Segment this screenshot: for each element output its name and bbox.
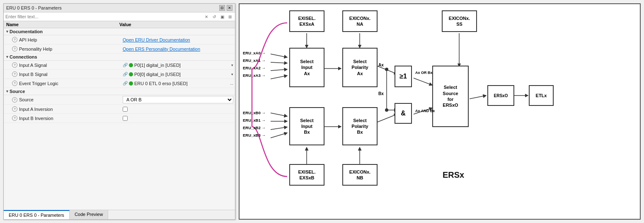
signal-text: ERU 0 ETL 0 erso [USED]: [134, 81, 188, 86]
param-label: Input B Signal: [19, 72, 48, 77]
input-b-inversion-checkbox[interactable]: [123, 116, 128, 121]
param-source: ? Source A OR B: [4, 95, 235, 105]
param-input-b-signal: ? Input B Signal 🔗 P0[0] digital_in [USE…: [4, 70, 235, 79]
select-source-label: SelectSourceforERSxO: [443, 84, 458, 108]
dropdown-arrow[interactable]: ▾: [231, 63, 233, 67]
signal-dot-green: [129, 81, 133, 86]
link-icon: 🔗: [123, 81, 128, 86]
param-label: Event Trigger Logic: [19, 81, 58, 86]
help-icon[interactable]: ?: [12, 115, 17, 121]
section-arrow: ▼: [5, 55, 10, 59]
param-input-a-signal: ? Input A Signal 🔗 P0[1] digital_in [USE…: [4, 61, 235, 70]
svg-line-17: [414, 78, 432, 85]
etlx-block: ETLx: [529, 85, 554, 106]
param-label: Personality Help: [19, 47, 52, 51]
api-help-link[interactable]: Open ERU Driver Documentation: [123, 37, 190, 42]
exicon-na-block: EXICONx.NA: [342, 10, 378, 32]
ax-label: Ax: [378, 63, 384, 67]
search-icons: ✕ ↺ ▣ ⊞: [203, 13, 233, 20]
input-a-inversion-checkbox[interactable]: [123, 107, 128, 112]
close-icon[interactable]: ✕: [227, 5, 232, 11]
search-bar: ✕ ↺ ▣ ⊞: [4, 12, 235, 21]
svg-line-7: [271, 127, 287, 130]
ax-or-bx-label: Ax OR Bx: [415, 71, 433, 75]
help-icon[interactable]: ?: [12, 106, 17, 112]
signal-dot-green: [129, 72, 133, 76]
select-source-block: SelectSourceforERSxO: [432, 66, 469, 127]
pin-icon[interactable]: ⊟: [219, 5, 225, 11]
refresh-icon[interactable]: ↺: [211, 13, 218, 20]
select-input-bx-block: SelectInputBx: [289, 107, 324, 145]
and-gate-label: &: [401, 109, 406, 118]
input-label-eru-xa2: ERU_xA2 →: [243, 66, 266, 70]
help-icon[interactable]: ?: [12, 97, 17, 103]
section-documentation[interactable]: ▼ Documentation: [4, 28, 235, 35]
help-icon[interactable]: ?: [12, 37, 17, 42]
param-label: Input A Signal: [19, 63, 47, 68]
section-arrow: ▼: [5, 29, 10, 34]
ersx0-label: ERSxO: [494, 93, 508, 98]
or-gate-label: ≥1: [399, 72, 407, 81]
param-label: Source: [19, 97, 34, 102]
select-polarity-bx-block: SelectPolarityBx: [342, 107, 378, 145]
param-input-a-inversion: ? Input A Inversion: [4, 105, 235, 114]
exicon-nb-block: EXICONx.NB: [342, 164, 378, 186]
section-label: Connections: [10, 54, 37, 59]
exisel-b-label: EXISEL.EXSxB: [298, 169, 315, 181]
exicon-ss-block: EXICONx.SS: [442, 10, 477, 32]
input-label-eru-xa1: ERU_xA1 →: [243, 58, 266, 63]
svg-line-5: [271, 113, 287, 116]
section-connections[interactable]: ▼ Connections: [4, 54, 235, 61]
source-select[interactable]: A OR B: [123, 96, 233, 103]
param-name: ? Personality Help: [12, 46, 123, 51]
tab-parameters[interactable]: ERU 0 ERS 0 - Parameters: [4, 210, 70, 219]
section-label: Documentation: [10, 29, 43, 34]
col-value: Value: [119, 22, 232, 27]
param-value: Open ERU Driver Documentation: [123, 37, 233, 42]
col-name: Name: [6, 22, 119, 27]
tab-code-preview[interactable]: Code Preview: [70, 210, 108, 219]
help-icon[interactable]: ?: [12, 62, 17, 68]
input-label-eru-xb0: ERU_xB0 →: [243, 110, 266, 115]
collapse-icon[interactable]: ▣: [219, 13, 225, 20]
etlx-label: ETLx: [536, 93, 547, 98]
source-dropdown: A OR B: [123, 96, 233, 103]
svg-line-8: [271, 133, 287, 138]
titlebar-icons: ⊟ ✕: [219, 5, 232, 11]
input-label-eru-xb3: ERU_xB3 →: [243, 133, 266, 137]
section-label: Source: [10, 89, 25, 94]
panel-title: ERU 0 ERS 0 - Parameters: [6, 5, 62, 10]
link-icon: 🔗: [123, 63, 128, 67]
svg-line-1: [271, 54, 287, 57]
svg-line-14: [376, 114, 397, 123]
help-icon[interactable]: ?: [12, 46, 17, 51]
dropdown-arrow[interactable]: ▾: [231, 72, 233, 76]
parameters-panel: ERU 0 ERS 0 - Parameters ⊟ ✕ ✕ ↺ ▣ ⊞ Nam…: [3, 3, 235, 220]
help-icon[interactable]: ?: [12, 71, 17, 77]
section-source[interactable]: ▼ Source: [4, 88, 235, 95]
select-input-ax-label: SelectInputAx: [300, 59, 313, 76]
select-input-bx-label: SelectInputBx: [300, 118, 313, 135]
search-input[interactable]: [5, 14, 203, 19]
exicon-ss-label: EXICONx.SS: [449, 15, 470, 27]
param-label: Input B Inversion: [19, 116, 53, 121]
param-name: ? Event Trigger Logic: [12, 81, 123, 86]
input-label-eru-xb1: ERU_xB1 →: [243, 118, 266, 123]
svg-line-3: [271, 69, 287, 71]
exisel-b-block: EXISEL.EXSxB: [289, 164, 324, 186]
param-label: Input A Inversion: [19, 107, 53, 112]
and-gate-block: &: [395, 103, 412, 124]
bx-label: Bx: [378, 91, 384, 96]
param-value: [123, 107, 233, 112]
svg-line-2: [271, 62, 287, 63]
help-icon[interactable]: ?: [12, 81, 17, 86]
panel-titlebar: ERU 0 ERS 0 - Parameters ⊟ ✕: [4, 4, 235, 12]
clear-search-icon[interactable]: ✕: [203, 13, 210, 20]
signal-text: P0[0] digital_in [USED]: [134, 72, 181, 77]
ersx0-block: ERSxO: [487, 85, 514, 106]
expand-icon[interactable]: ⊞: [227, 13, 233, 20]
param-name: ? Source: [12, 97, 123, 103]
personality-help-link[interactable]: Open ERS Personality Documentation: [123, 47, 200, 51]
ellipsis-button[interactable]: ...: [230, 81, 233, 86]
ersx-label: ERSx: [443, 170, 464, 180]
